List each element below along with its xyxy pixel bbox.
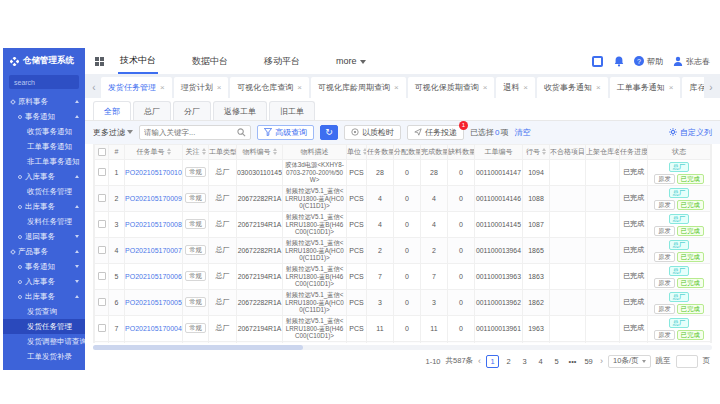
close-icon[interactable]: ×: [297, 83, 302, 92]
sidebar-item[interactable]: 发料任务管理: [3, 214, 85, 229]
workspace-tab[interactable]: 库存余额×: [682, 77, 704, 98]
task-no-link[interactable]: PO202105170004: [125, 325, 182, 332]
topnav-item[interactable]: 技术中台: [118, 49, 158, 74]
quality-time-button[interactable]: 以质检时: [344, 125, 401, 140]
column-header: 分配数量: [394, 144, 421, 159]
refresh-button[interactable]: ↻: [320, 125, 338, 140]
jump-page-input[interactable]: [676, 355, 698, 368]
workspace-tab[interactable]: 发货任务管理×: [101, 77, 172, 98]
topnav-item[interactable]: 数据中台: [190, 50, 230, 73]
user-menu[interactable]: 张志春: [673, 56, 710, 67]
prev-page-icon[interactable]: ‹: [478, 356, 481, 366]
sidebar-item[interactable]: 发货任务管理: [3, 319, 85, 334]
status-tag-done: 已完成: [677, 330, 704, 340]
page-number[interactable]: 5: [550, 355, 563, 368]
sidebar-item[interactable]: 工单发货补录: [3, 349, 85, 364]
task-no-link[interactable]: PO202105170009: [125, 195, 182, 202]
row-checkbox[interactable]: [98, 194, 106, 202]
view-tab-分厂[interactable]: 分厂: [173, 101, 211, 120]
sidebar-search-input[interactable]: search: [9, 75, 79, 89]
sidebar-item[interactable]: 退回事务: [3, 229, 85, 244]
sidebar-item[interactable]: 非工单事务通知: [3, 154, 85, 169]
sidebar-item[interactable]: 原料事务: [3, 94, 85, 109]
row-checkbox[interactable]: [98, 168, 106, 176]
sort-icon[interactable]: [273, 148, 277, 155]
status-tag-row: 原发已完成: [648, 252, 710, 262]
tabs-scroll-left-icon[interactable]: ‹: [87, 77, 101, 98]
close-icon[interactable]: ×: [483, 83, 488, 92]
help-button[interactable]: ? 帮助: [634, 56, 663, 67]
sidebar-item[interactable]: 事务通知: [3, 259, 85, 274]
close-icon[interactable]: ×: [523, 83, 528, 92]
cell-status: 总厂原发已完成: [648, 341, 711, 343]
clear-selection-link[interactable]: 清空: [514, 127, 530, 138]
apps-icon[interactable]: [592, 56, 603, 67]
close-icon[interactable]: ×: [596, 83, 601, 92]
next-page-icon[interactable]: ›: [600, 356, 603, 366]
horizontal-scrollbar-thumb[interactable]: [93, 345, 303, 350]
row-checkbox[interactable]: [98, 246, 106, 254]
sort-icon[interactable]: [202, 148, 206, 155]
workspace-tab[interactable]: 收货事务通知×: [537, 77, 608, 98]
page-size-select[interactable]: 10条/页: [608, 355, 650, 368]
task-no-link[interactable]: PO202105170010: [125, 169, 182, 176]
view-tab-全部[interactable]: 全部: [93, 101, 131, 120]
sidebar-item[interactable]: 事务通知: [3, 109, 85, 124]
page-number[interactable]: 1: [486, 355, 499, 368]
workspace-tab[interactable]: 退料×: [496, 77, 535, 98]
task-dispatch-button[interactable]: 任务投递 1: [407, 125, 464, 140]
sidebar-item[interactable]: 入库事务: [3, 274, 85, 289]
bell-icon[interactable]: [613, 56, 624, 67]
workspace-tab[interactable]: 理货计划×: [174, 77, 229, 98]
page-number[interactable]: 59: [582, 355, 595, 368]
view-tab-返修工单[interactable]: 返修工单: [213, 101, 267, 120]
sidebar-item[interactable]: 发货调整申请查询: [3, 334, 85, 349]
status-tag-origin: 原发: [654, 200, 675, 210]
tabs-scroll-right-icon[interactable]: ›: [704, 77, 718, 98]
close-icon[interactable]: ×: [394, 83, 399, 92]
task-no-link[interactable]: PO202105170007: [125, 247, 182, 254]
cell-work-order-no: 001100014147: [475, 159, 523, 185]
row-checkbox[interactable]: [98, 272, 106, 280]
row-checkbox[interactable]: [98, 220, 106, 228]
cell-task-no: PO202105170010: [125, 159, 183, 185]
cell-attention: 常规: [183, 315, 209, 341]
sidebar-item[interactable]: 发货查询: [3, 304, 85, 319]
page-number[interactable]: 2: [502, 355, 515, 368]
search-icon[interactable]: [237, 128, 246, 137]
workspace-tab[interactable]: 工单事务通知×: [610, 77, 681, 98]
sort-icon[interactable]: [542, 148, 546, 155]
workspace-tab[interactable]: 可视化库龄周期查询×: [311, 77, 406, 98]
workspace-tab[interactable]: 可视化保质期查询×: [408, 77, 495, 98]
sidebar-item[interactable]: 工单事务通知: [3, 139, 85, 154]
more-filter-button[interactable]: 更多过滤: [93, 127, 133, 138]
task-no-link[interactable]: PO202105170006: [125, 273, 182, 280]
advanced-query-button[interactable]: 高级查询: [257, 125, 314, 140]
select-all-checkbox[interactable]: [98, 148, 106, 156]
sidebar-item[interactable]: 出库事务: [3, 199, 85, 214]
sidebar-item[interactable]: 收货事务通知: [3, 124, 85, 139]
view-tab-旧工单[interactable]: 旧工单: [269, 101, 315, 120]
sort-icon[interactable]: [363, 148, 367, 155]
customize-columns-button[interactable]: 自定义列: [669, 127, 712, 138]
close-icon[interactable]: ×: [160, 83, 165, 92]
task-no-link[interactable]: PO202105170005: [125, 299, 182, 306]
row-checkbox[interactable]: [98, 298, 106, 306]
page-number[interactable]: 3: [518, 355, 531, 368]
close-icon[interactable]: ×: [217, 83, 222, 92]
nav-menu-grid-icon[interactable]: [95, 57, 104, 66]
topnav-item[interactable]: more: [334, 51, 368, 71]
keyword-search-input[interactable]: [144, 128, 237, 137]
close-icon[interactable]: ×: [669, 83, 674, 92]
page-number[interactable]: 4: [534, 355, 547, 368]
sort-icon[interactable]: [167, 148, 171, 155]
row-checkbox[interactable]: [98, 324, 106, 332]
sidebar-item[interactable]: 收货任务管理: [3, 184, 85, 199]
workspace-tab[interactable]: 可视化仓库查询×: [230, 77, 309, 98]
view-tab-总厂[interactable]: 总厂: [133, 101, 171, 120]
sidebar-item[interactable]: 产品事务: [3, 244, 85, 259]
task-no-link[interactable]: PO202105170008: [125, 221, 182, 228]
topnav-item[interactable]: 移动平台: [262, 50, 302, 73]
sidebar-item[interactable]: 入库事务: [3, 169, 85, 184]
sidebar-item[interactable]: 出库事务: [3, 289, 85, 304]
